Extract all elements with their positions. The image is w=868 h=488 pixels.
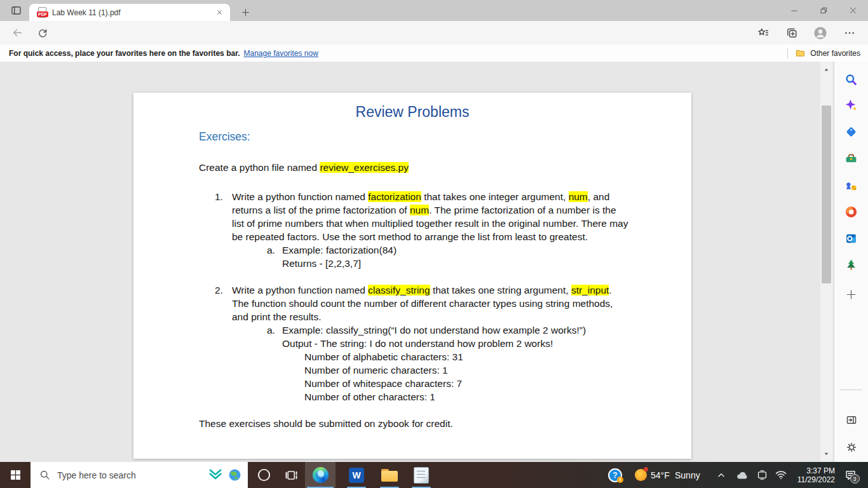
discover-button[interactable]: [842, 95, 861, 114]
divider: [787, 48, 788, 58]
text-run: that takes one integer argument,: [421, 191, 569, 202]
sub-item-label: a.: [267, 323, 282, 403]
search-icon: [39, 470, 50, 480]
active-tab[interactable]: PDF Lab Week 11 (1).pdf: [29, 4, 230, 21]
document-footer: These exercises should be submitted on z…: [199, 417, 691, 430]
folder-icon: [795, 48, 806, 58]
toolbox-icon: [844, 152, 858, 165]
manage-favorites-link[interactable]: Manage favorites now: [243, 49, 318, 58]
outlook-button[interactable]: [842, 229, 861, 248]
taskbar-notepad-app[interactable]: [406, 462, 437, 488]
sub-item-line: Example: factorization(84): [282, 243, 397, 257]
other-favorites-button[interactable]: Other favorites: [810, 49, 860, 58]
tools-button[interactable]: [842, 149, 861, 168]
restore-button[interactable]: [810, 0, 837, 21]
onedrive-tray-button[interactable]: [732, 462, 752, 488]
triangle-up-icon: [824, 67, 829, 72]
pdf-scrollbar[interactable]: [820, 62, 832, 462]
action-center-button[interactable]: 3: [837, 462, 863, 488]
open-sidebar-panel-button[interactable]: [842, 410, 861, 430]
text-run: Create a python file named: [199, 162, 320, 173]
settings-menu-button[interactable]: [840, 24, 859, 41]
doc-intro: Create a python file named review_exerci…: [199, 161, 691, 174]
cast-screen-icon: [757, 470, 768, 480]
collections-icon: [786, 27, 797, 39]
sub-item-lines: Example: classify_string(“I do not under…: [282, 323, 586, 403]
taskbar-file-explorer-app[interactable]: [374, 462, 405, 488]
sub-item-line: Number of whitespace characters: 7: [304, 377, 586, 390]
sidebar-add-button[interactable]: [842, 285, 861, 304]
weather-temp[interactable]: 54°F: [651, 462, 670, 488]
sub-item-line: Number of numeric characters: 1: [304, 363, 586, 377]
highlighted-text: str_input: [571, 285, 609, 295]
taskbar-search-box[interactable]: Type here to search: [31, 462, 248, 488]
cloud-icon: [736, 470, 749, 480]
office-button[interactable]: [842, 202, 861, 221]
refresh-button[interactable]: [33, 24, 52, 41]
favorites-button[interactable]: [754, 24, 773, 41]
taskbar-word-app[interactable]: W: [341, 462, 372, 488]
favorites-bar: For quick access, place your favorites h…: [0, 44, 868, 62]
scrollbar-thumb[interactable]: [822, 105, 831, 283]
problem-body: Write a python function named classify_s…: [232, 283, 628, 403]
text-run: Write a python function named: [232, 191, 368, 202]
sub-item-line: Number of alphabetic characters: 31: [304, 350, 586, 363]
highlighted-text: classify_string: [368, 285, 430, 295]
help-badge: i: [617, 477, 623, 483]
shopping-button[interactable]: [842, 122, 861, 141]
weather-widget[interactable]: [632, 462, 649, 488]
sidebar-settings-button[interactable]: [842, 438, 861, 457]
highlighted-text: num: [569, 191, 588, 202]
windows-taskbar: Type here to search W ?i 54°F Sunny: [0, 462, 868, 488]
tray-help-button[interactable]: ?i: [605, 462, 625, 488]
scroll-up-button[interactable]: [820, 64, 832, 75]
bing-search-button[interactable]: [842, 70, 861, 89]
edge-logo-icon: [313, 467, 329, 483]
games-icon: [844, 179, 858, 192]
task-view-button[interactable]: [278, 462, 305, 488]
start-button[interactable]: [0, 462, 31, 488]
clock-time: 3:37 PM: [806, 466, 835, 475]
scroll-down-button[interactable]: [820, 449, 832, 459]
minimize-button[interactable]: [780, 0, 808, 21]
problem-number: 2.: [215, 283, 232, 403]
favorites-notice: For quick access, place your favorites h…: [9, 49, 240, 58]
games-button[interactable]: [842, 175, 861, 194]
discover-sparkle-icon: [844, 98, 858, 112]
text-run: Write a python function named: [232, 285, 368, 295]
profile-avatar[interactable]: [811, 24, 830, 41]
document-title: Review Problems: [133, 104, 691, 121]
plus-icon: [241, 8, 250, 17]
pdf-file-icon: PDF: [37, 7, 48, 18]
triangle-down-icon: [824, 451, 829, 457]
cast-tray-button[interactable]: [752, 462, 771, 488]
cortana-icon: [257, 468, 271, 482]
taskbar-clock[interactable]: 3:37 PM 11/29/2022: [788, 462, 835, 488]
new-tab-button[interactable]: [238, 5, 253, 19]
weather-alert-dot: [644, 467, 648, 471]
tab-actions-button[interactable]: [6, 3, 25, 18]
tree-button[interactable]: [842, 255, 861, 274]
tab-close-button[interactable]: [214, 7, 225, 18]
sun-icon: [635, 469, 647, 481]
pdf-content-area: Review Problems Exercises: Create a pyth…: [0, 62, 834, 462]
close-window-button[interactable]: [839, 0, 867, 21]
collections-button[interactable]: [782, 24, 801, 41]
problem-item: 1.Write a python function named factoriz…: [215, 190, 691, 270]
browser-titlebar: PDF Lab Week 11 (1).pdf: [0, 0, 868, 21]
divider: [840, 390, 862, 390]
close-icon: [217, 10, 222, 15]
problem-list: 1.Write a python function named factoriz…: [215, 190, 691, 403]
highlighted-text: num: [410, 205, 429, 215]
cortana-button[interactable]: [250, 462, 277, 488]
tray-overflow-button[interactable]: [712, 462, 731, 488]
back-arrow-icon: [12, 27, 23, 38]
back-button[interactable]: [8, 24, 27, 41]
taskbar-edge-app[interactable]: [305, 462, 336, 488]
highlighted-text: review_exercises.py: [320, 162, 409, 173]
taskbar-search-placeholder: Type here to search: [57, 470, 208, 480]
add-icon: [846, 289, 857, 300]
clock-date: 11/29/2022: [797, 475, 835, 484]
weather-condition[interactable]: Sunny: [675, 462, 700, 488]
restore-icon: [820, 6, 828, 15]
